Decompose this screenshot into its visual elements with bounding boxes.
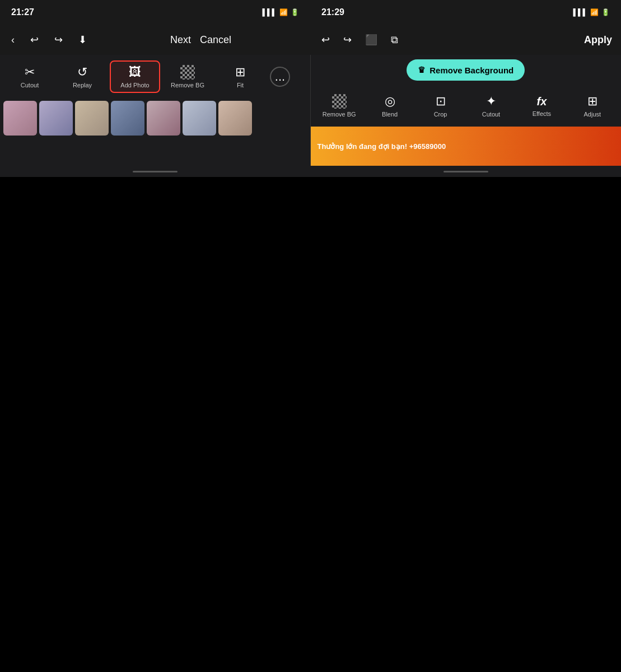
left-status-time: 21:27	[11, 7, 34, 17]
remove-bg-icon	[180, 65, 195, 80]
add-photo-tool[interactable]: 🖼 Add Photo	[110, 60, 160, 93]
right-remove-bg-icon	[332, 94, 347, 109]
left-download-button[interactable]: ⬇	[76, 31, 89, 48]
left-wifi-icon: 📶	[279, 8, 288, 16]
remove-background-button[interactable]: ♛ Remove Background	[407, 59, 525, 81]
ad-banner-area[interactable]: Thưởng lớn đang đợi bạn! +96589000	[311, 127, 622, 166]
blend-label: Blend	[382, 111, 398, 118]
right-tools-row: Remove BG ◎ Blend ⊡ Crop ✦ Cutout fx Eff…	[311, 85, 622, 127]
add-photo-label: Add Photo	[120, 82, 149, 88]
crop-tool[interactable]: ⊡ Crop	[416, 91, 464, 121]
right-layers-button[interactable]: ⧉	[389, 32, 400, 48]
adjust-label: Adjust	[584, 111, 601, 118]
cancel-button[interactable]: Cancel	[200, 34, 231, 46]
crop-icon: ⊡	[436, 94, 446, 109]
effects-tool[interactable]: fx Effects	[517, 92, 566, 120]
cutout-tool[interactable]: ✂ Cutout	[4, 62, 55, 92]
adjust-icon: ⊞	[587, 94, 597, 109]
right-signal-icon: ▌▌▌	[573, 8, 587, 16]
right-remove-bg-label: Remove BG	[323, 111, 356, 118]
thumbnail-2[interactable]	[39, 101, 73, 136]
fit-label: Fit	[237, 82, 244, 88]
thumbnail-5[interactable]	[147, 101, 180, 136]
adjust-tool[interactable]: ⊞ Adjust	[568, 91, 617, 121]
ad-text: Thưởng lớn đang đợi bạn! +96589000	[317, 142, 446, 151]
left-redo-button[interactable]: ↪	[52, 31, 65, 48]
thumbnail-1[interactable]	[3, 101, 37, 136]
fit-icon: ⊞	[235, 65, 245, 80]
effects-label: Effects	[533, 110, 551, 117]
crop-label: Crop	[434, 111, 447, 118]
remove-bg-tool[interactable]: Remove BG	[162, 62, 213, 92]
remove-bg-text: Remove Background	[429, 66, 513, 75]
left-signal-icon: ▌▌▌	[262, 8, 277, 16]
cutout-right-tool[interactable]: ✦ Cutout	[467, 91, 515, 121]
cutout-icon: ✂	[25, 65, 35, 80]
right-status-time: 21:29	[321, 7, 344, 17]
cutout-right-label: Cutout	[482, 111, 500, 118]
cutout-label: Cutout	[21, 82, 39, 88]
right-battery-icon: 🔋	[601, 8, 610, 16]
thumbnail-4[interactable]	[111, 101, 144, 136]
cutout-right-icon: ✦	[486, 94, 496, 109]
left-undo-button[interactable]: ↩	[28, 31, 41, 48]
blend-tool[interactable]: ◎ Blend	[366, 91, 414, 121]
effects-icon: fx	[537, 95, 547, 108]
thumbnail-3[interactable]	[75, 101, 109, 136]
left-scroll-indicator	[133, 171, 178, 172]
right-redo-button[interactable]: ↪	[341, 31, 354, 48]
left-battery-icon: 🔋	[291, 8, 299, 16]
remove-bg-crown-icon: ♛	[418, 65, 425, 75]
right-wifi-icon: 📶	[590, 8, 599, 16]
back-button[interactable]: ‹	[9, 32, 17, 48]
right-eraser-button[interactable]: ⬛	[363, 31, 380, 48]
next-button[interactable]: Next	[170, 34, 191, 46]
remove-bg-label: Remove BG	[171, 82, 204, 88]
replay-icon: ↺	[77, 65, 87, 80]
thumbnail-7[interactable]	[218, 101, 252, 136]
right-remove-bg-tool[interactable]: Remove BG	[315, 91, 363, 121]
more-tools-button[interactable]: ...	[270, 67, 290, 87]
apply-button[interactable]: Apply	[584, 34, 612, 46]
left-tools-row: ✂ Cutout ↺ Replay 🖼 Add Photo Remove BG …	[0, 55, 310, 99]
thumbnail-strip-left	[0, 99, 310, 138]
replay-label: Replay	[73, 82, 92, 88]
right-scroll-indicator	[443, 171, 488, 172]
add-photo-icon: 🖼	[129, 65, 141, 80]
blend-icon: ◎	[385, 94, 395, 109]
replay-tool[interactable]: ↺ Replay	[57, 62, 108, 92]
fit-tool[interactable]: ⊞ Fit	[215, 62, 265, 92]
thumbnail-6[interactable]	[183, 101, 216, 136]
right-undo-button[interactable]: ↩	[319, 31, 332, 48]
